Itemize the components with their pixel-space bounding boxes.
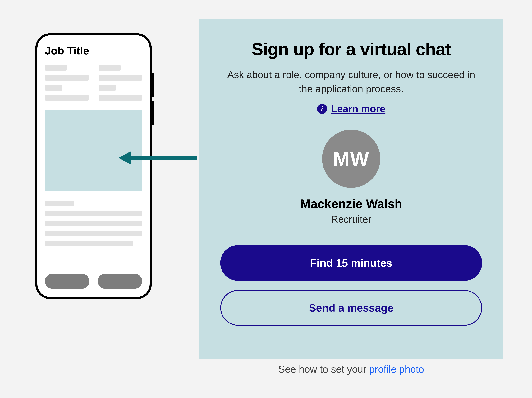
- person-role: Recruiter: [220, 214, 482, 225]
- placeholder-bar: [45, 201, 74, 206]
- phone-side-button: [151, 73, 154, 97]
- card-heading: Sign up for a virtual chat: [220, 39, 482, 59]
- placeholder-bar: [99, 75, 142, 81]
- placeholder-bar: [45, 65, 67, 71]
- placeholder-bar: [45, 241, 133, 246]
- placeholder-bar: [45, 221, 142, 226]
- placeholder-bar: [45, 95, 89, 100]
- learn-more-link[interactable]: Learn more: [331, 103, 386, 115]
- phone-mockup: Job Title: [35, 33, 152, 299]
- placeholder-bar: [99, 95, 142, 100]
- phone-bottom-buttons: [45, 274, 142, 289]
- placeholder-bar: [45, 75, 89, 81]
- phone-body-text: [45, 201, 142, 246]
- send-message-button[interactable]: Send a message: [220, 290, 482, 326]
- phone-pill-button: [98, 274, 142, 289]
- placeholder-bar: [45, 211, 142, 217]
- phone-pill-button: [45, 274, 89, 289]
- phone-title: Job Title: [45, 44, 142, 57]
- phone-hero-image: [45, 110, 142, 191]
- person-name: Mackenzie Walsh: [220, 197, 482, 211]
- virtual-chat-card: Sign up for a virtual chat Ask about a r…: [200, 19, 503, 359]
- caption: See how to set your profile photo: [200, 364, 503, 375]
- card-subheading: Ask about a role, company culture, or ho…: [220, 68, 482, 96]
- placeholder-bar: [99, 65, 120, 71]
- placeholder-bar: [45, 85, 62, 91]
- caption-prefix: See how to set your: [278, 364, 369, 375]
- phone-side-button: [151, 101, 154, 125]
- profile-photo-link[interactable]: profile photo: [369, 364, 424, 375]
- find-minutes-button[interactable]: Find 15 minutes: [220, 245, 482, 281]
- phone-meta-block: [45, 65, 142, 100]
- placeholder-bar: [99, 85, 116, 91]
- avatar: MW: [322, 130, 380, 188]
- info-icon: i: [317, 104, 327, 114]
- placeholder-bar: [45, 230, 142, 236]
